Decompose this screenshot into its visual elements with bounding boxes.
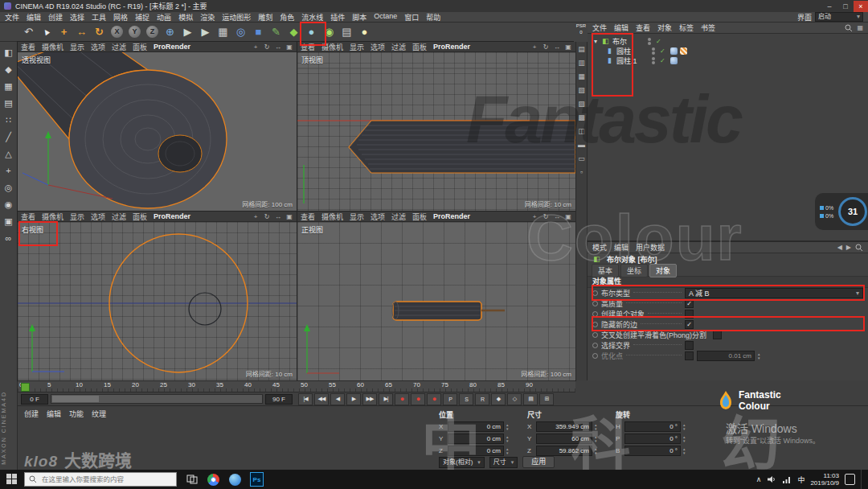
rotate-view-icon[interactable]: ↻	[263, 43, 271, 51]
toggle-view-icon[interactable]: ▣	[564, 213, 572, 220]
material-menu-item[interactable]: 创建	[24, 409, 39, 419]
pan-view-icon[interactable]: +	[530, 213, 538, 220]
menu-item[interactable]: 插件	[330, 12, 345, 23]
scale-tool-icon[interactable]: ↔	[73, 23, 90, 40]
simulation-icon[interactable]: ◉	[321, 23, 338, 40]
toggle-view-icon[interactable]: ▣	[285, 43, 293, 51]
viewport-canvas-top[interactable]: 顶视图 网格间距: 10 cm	[297, 52, 575, 211]
anim-dot-icon[interactable]	[592, 290, 598, 296]
viewport-menu-item[interactable]: 摄像机	[42, 42, 63, 52]
menu-item[interactable]: 文件	[5, 12, 19, 23]
viewport-menu-item[interactable]: 选项	[91, 212, 105, 222]
workplane-lock-icon[interactable]: ▣	[2, 214, 16, 228]
viewport-menu-item[interactable]: 查看	[301, 42, 315, 52]
right-palette-icon[interactable]: ▬	[577, 141, 586, 150]
primitive-cube-icon[interactable]: ■	[250, 23, 267, 40]
size-mode-combo[interactable]: 尺寸	[489, 457, 518, 468]
volume-icon[interactable]	[767, 475, 776, 483]
history-back-icon[interactable]: ◀	[837, 244, 842, 251]
previous-key-button[interactable]: ◀◀	[314, 393, 329, 405]
viewport-menu-item[interactable]: 过滤	[391, 42, 406, 52]
render-view-icon[interactable]: ▶	[179, 23, 196, 40]
attribute-menu-item[interactable]: 编辑	[614, 242, 628, 253]
menu-item[interactable]: 工具	[92, 12, 106, 23]
viewport-menu-item[interactable]: 选项	[91, 42, 105, 52]
rotation-field[interactable]: 0 °	[624, 421, 681, 432]
record-options-button[interactable]: ●	[427, 393, 441, 405]
menu-item[interactable]: 流水线	[301, 12, 323, 23]
ime-indicator[interactable]: 中	[797, 475, 805, 485]
viewport-canvas-front[interactable]: 正视图 网格间距: 100 cm	[297, 222, 575, 380]
hidden-icons-chevron[interactable]: ∧	[756, 475, 762, 483]
make-editable-icon[interactable]: ◧	[2, 45, 16, 60]
photoshop-icon[interactable]: Ps	[250, 473, 264, 487]
right-palette-icon[interactable]: ▨	[577, 100, 586, 109]
menu-item[interactable]: 角色	[280, 12, 294, 23]
lock-y-axis-icon[interactable]: Y	[126, 23, 143, 40]
menu-item[interactable]: 模拟	[178, 12, 193, 23]
zoom-view-icon[interactable]: ↔	[274, 43, 282, 51]
anim-dot-icon[interactable]	[592, 301, 598, 306]
timeline-range-slider[interactable]	[51, 394, 263, 404]
object-manager-menu-item[interactable]: 查看	[636, 23, 650, 33]
viewport-menu-item[interactable]: 面板	[133, 42, 147, 52]
right-palette-icon[interactable]: ▫	[577, 168, 586, 177]
optimize-points-value[interactable]: 0.01 cm	[697, 351, 755, 361]
viewport-canvas-perspective[interactable]: 透视视图 网格间距: 100 cm	[18, 52, 297, 211]
single-object-checkbox[interactable]	[685, 310, 694, 318]
material-menu-item[interactable]: 编辑	[47, 409, 61, 419]
menu-item[interactable]: 编辑	[27, 12, 41, 23]
anim-dot-icon[interactable]	[592, 343, 598, 348]
position-field[interactable]: 0 cm	[448, 446, 504, 456]
visibility-dots-icon[interactable]	[652, 57, 655, 64]
zoom-view-icon[interactable]: ↔	[274, 213, 282, 220]
scale-key-toggle[interactable]: S	[459, 393, 473, 405]
render-settings-icon[interactable]: ▦	[215, 23, 231, 40]
lock-x-axis-icon[interactable]: X	[108, 23, 125, 40]
end-frame-field[interactable]: 90 F	[265, 394, 293, 405]
pla-key-toggle[interactable]: ◇	[507, 393, 522, 405]
material-menu-item[interactable]: 功能	[69, 409, 84, 419]
optimize-points-checkbox[interactable]	[685, 351, 694, 360]
spinner-icon[interactable]	[506, 435, 509, 443]
rotation-field[interactable]: 0 °	[624, 434, 681, 444]
right-palette-icon[interactable]: ▦	[577, 72, 586, 81]
viewport-menu-item[interactable]: 显示	[350, 42, 364, 52]
viewport-menu-item[interactable]: 选项	[371, 42, 385, 52]
viewport-menu-item[interactable]: 查看	[21, 212, 35, 222]
object-tree-item-cylinder-1[interactable]: ▮ 圆柱.1 ✓	[588, 55, 868, 65]
camera-icon[interactable]: ▤	[338, 23, 355, 40]
task-view-button[interactable]	[185, 473, 199, 487]
object-manager-menu-item[interactable]: 标签	[679, 23, 694, 33]
right-palette-icon[interactable]: ◫	[577, 127, 586, 136]
current-frame-marker[interactable]	[21, 383, 30, 392]
prorender-menu[interactable]: ProRender	[433, 212, 470, 220]
network-icon[interactable]	[782, 475, 792, 483]
spinner-icon[interactable]	[506, 447, 509, 455]
viewport-menu-item[interactable]: 查看	[21, 42, 35, 52]
viewport-menu-item[interactable]: 过滤	[391, 212, 406, 222]
attribute-menu-item[interactable]: 模式	[592, 242, 607, 253]
spinner-icon[interactable]	[595, 447, 597, 455]
live-selection-icon[interactable]: ▲	[38, 23, 55, 40]
right-palette-icon[interactable]: ▤	[577, 45, 586, 54]
enable-check-icon[interactable]: ✓	[660, 47, 665, 55]
subdivision-surface-icon[interactable]: ◎	[232, 23, 249, 40]
menu-item[interactable]: 选择	[70, 12, 84, 23]
zoom-view-icon[interactable]: ↔	[553, 213, 561, 220]
search-input[interactable]	[40, 475, 172, 484]
autokey-button[interactable]: ●	[411, 393, 425, 405]
apply-button[interactable]: 应用	[522, 456, 555, 468]
spinner-icon[interactable]	[595, 423, 597, 431]
object-manager-menu-item[interactable]: 文件	[592, 23, 607, 33]
viewport-menu-item[interactable]: 摄像机	[321, 212, 343, 222]
viewport-menu-item[interactable]: 过滤	[112, 212, 126, 222]
viewport-solo-icon[interactable]: ◎	[2, 180, 16, 195]
start-frame-field[interactable]: 0 F	[21, 394, 48, 405]
layout-combo[interactable]: 启动	[815, 12, 863, 22]
model-mode-icon[interactable]: ◆	[2, 62, 16, 76]
boole-type-dropdown[interactable]: A 减 B	[685, 288, 863, 298]
object-manager-menu-item[interactable]: 编辑	[614, 23, 628, 33]
attribute-menu-item[interactable]: 用户数据	[636, 242, 665, 253]
generators-icon[interactable]: ◆	[285, 23, 302, 40]
